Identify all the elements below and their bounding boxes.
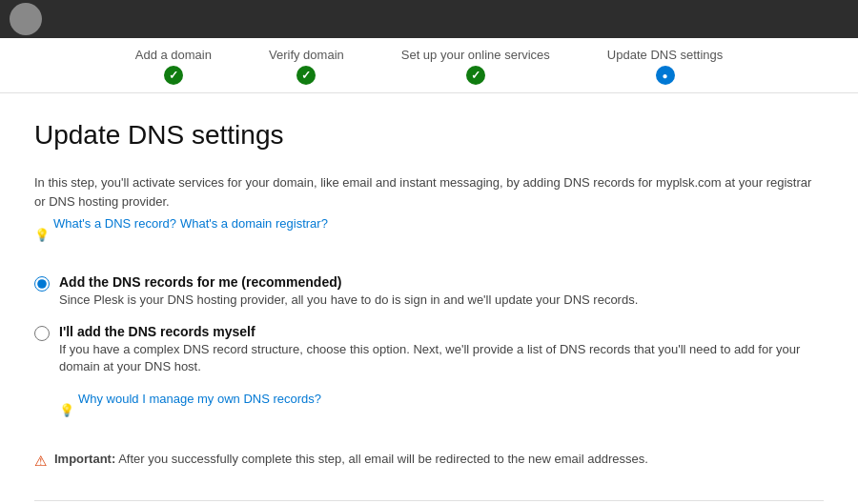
help-link-dns-record[interactable]: What's a DNS record? <box>53 216 176 231</box>
top-bar <box>0 0 858 38</box>
step-add-domain-label: Add a domain <box>135 48 212 62</box>
option-auto-title: Add the DNS records for me (recommended) <box>59 274 638 290</box>
option-auto-content: Add the DNS records for me (recommended)… <box>59 274 638 309</box>
wizard-steps: Add a domain Verify domain Set up your o… <box>0 38 858 93</box>
step-online-services-indicator <box>466 66 485 85</box>
step-online-services-label: Set up your online services <box>401 48 550 62</box>
step-online-services: Set up your online services <box>401 48 550 85</box>
step-update-dns-label: Update DNS settings <box>607 48 723 62</box>
page-description: In this step, you'll activate services f… <box>34 173 824 211</box>
bulb-icon: 💡 <box>34 228 50 242</box>
help-link-registrar[interactable]: What's a domain registrar? <box>180 216 328 231</box>
bulb-icon-2: 💡 <box>59 403 74 417</box>
help-link-manage-dns[interactable]: Why would I manage my own DNS records? <box>78 392 321 406</box>
page-title: Update DNS settings <box>34 120 824 151</box>
step-verify-domain: Verify domain <box>269 48 344 85</box>
main-content: Update DNS settings In this step, you'll… <box>0 93 858 500</box>
checkmark-icon-3 <box>471 69 480 82</box>
option-auto: Add the DNS records for me (recommended)… <box>34 274 824 309</box>
avatar <box>10 3 42 35</box>
option-manual-desc: If you have a complex DNS record structu… <box>59 341 824 375</box>
step-add-domain: Add a domain <box>135 48 212 85</box>
option-manual: I'll add the DNS records myself If you h… <box>34 324 824 375</box>
option-manual-radio[interactable] <box>34 326 50 341</box>
checkmark-icon-2 <box>301 69 311 82</box>
step-update-dns: Update DNS settings <box>607 48 723 85</box>
option-auto-radio[interactable] <box>34 276 50 292</box>
important-body: After you successfully complete this ste… <box>118 452 648 466</box>
footer-buttons: Next Back Save and close <box>34 500 824 504</box>
option-manual-title: I'll add the DNS records myself <box>59 324 824 339</box>
important-text: Important: After you successfully comple… <box>54 452 648 466</box>
step-add-domain-indicator <box>164 66 183 85</box>
active-dot-icon <box>663 69 668 82</box>
option-auto-desc: Since Plesk is your DNS hosting provider… <box>59 292 638 309</box>
checkmark-icon <box>169 69 178 82</box>
warning-icon: ⚠ <box>34 453 47 470</box>
option-manual-content: I'll add the DNS records myself If you h… <box>59 324 824 375</box>
important-notice: ⚠ Important: After you successfully comp… <box>34 452 824 470</box>
important-label: Important: <box>54 452 115 466</box>
step-verify-domain-indicator <box>296 66 316 85</box>
dns-options-group: Add the DNS records for me (recommended)… <box>34 274 824 429</box>
step-update-dns-indicator <box>656 66 675 85</box>
step-verify-domain-label: Verify domain <box>269 48 344 62</box>
